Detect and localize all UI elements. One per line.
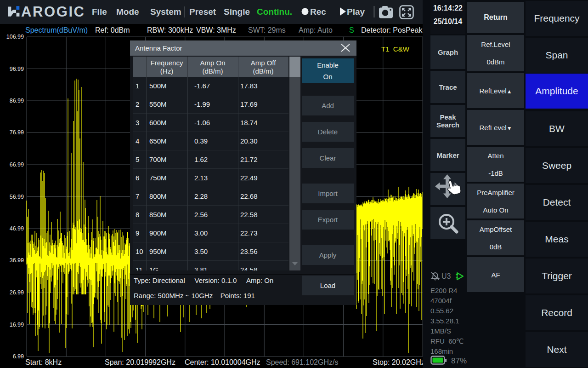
- svg-text:56.99: 56.99: [10, 194, 24, 200]
- svg-text:106.99: 106.99: [6, 34, 24, 40]
- svg-text:76.99: 76.99: [10, 129, 24, 136]
- svg-text:36.99: 36.99: [10, 257, 24, 264]
- svg-text:AROGIC: AROGIC: [21, 6, 85, 17]
- svg-text:26.99: 26.99: [10, 289, 24, 296]
- svg-text:6.99: 6.99: [13, 353, 24, 360]
- svg-text:96.99: 96.99: [10, 66, 24, 72]
- svg-text:46.99: 46.99: [10, 225, 24, 232]
- svg-text:86.99: 86.99: [10, 98, 24, 104]
- svg-text:16.99: 16.99: [10, 322, 24, 328]
- svg-text:66.99: 66.99: [10, 161, 24, 168]
- svg-text:T1 C&W: T1 C&W: [381, 45, 410, 53]
